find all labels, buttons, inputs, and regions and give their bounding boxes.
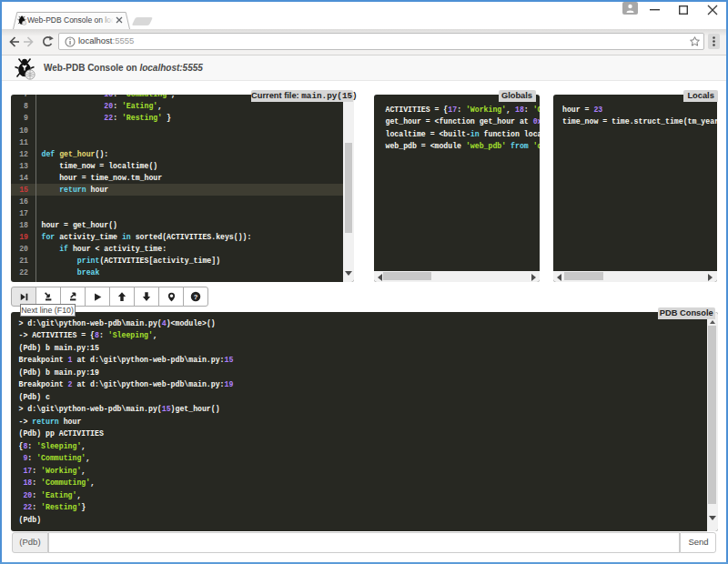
svg-text:?: ? <box>194 293 198 301</box>
